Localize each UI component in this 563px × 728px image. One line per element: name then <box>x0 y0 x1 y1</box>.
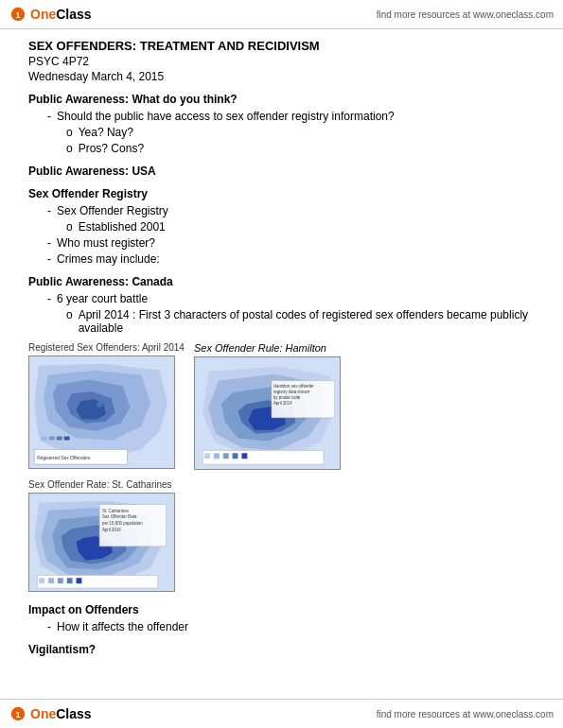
svg-text:Sex Offender Rate: Sex Offender Rate <box>102 514 137 519</box>
svg-text:Registered Sex Offenders: Registered Sex Offenders <box>37 456 91 460</box>
section-sex-offender-registry: Sex Offender Registry - Sex Offender Reg… <box>28 187 535 266</box>
section-vigilantism: Vigilantism? <box>28 643 535 656</box>
maps-row-1: Registered Sex Offenders: April 2014 Reg… <box>28 342 535 470</box>
svg-rect-28 <box>202 450 324 464</box>
doc-course: PSYC 4P72 <box>28 55 535 68</box>
svg-rect-45 <box>37 575 158 588</box>
header-url: find more resources at www.oneclass.com <box>377 9 554 20</box>
bullet-text: Sex Offender Registry <box>57 204 168 217</box>
svg-text:by postal code: by postal code <box>273 395 301 400</box>
bullet-text: How it affects the offender <box>57 620 188 633</box>
map1-svg: Registered Sex Offenders <box>29 356 174 468</box>
svg-rect-48 <box>58 578 63 583</box>
svg-rect-50 <box>77 578 82 583</box>
svg-rect-46 <box>39 578 44 583</box>
map1-image: Registered Sex Offenders <box>28 355 175 469</box>
section-public-awareness-canada: Public Awareness: Canada - 6 year court … <box>28 275 535 335</box>
section-impact: Impact on Offenders - How it affects the… <box>28 603 535 633</box>
bullet-o: o <box>66 220 73 234</box>
section-heading-what: Public Awareness: What do you think? <box>28 93 535 106</box>
svg-text:1: 1 <box>15 10 20 20</box>
svg-text:April 2014: April 2014 <box>273 401 292 406</box>
map2-title: Sex Offender Rule: Hamilton <box>194 342 341 354</box>
map1-label: Registered Sex Offenders: April 2014 <box>28 342 185 353</box>
svg-text:per 10,000 population: per 10,000 population <box>102 521 143 526</box>
bullet-dash: - <box>47 620 51 633</box>
map3-section: Sex Offender Rate: St. Catharines St. Ca… <box>28 479 535 592</box>
list-item: o Established 2001 <box>66 220 535 234</box>
svg-point-27 <box>266 415 272 421</box>
list-item: - Crimes may include: <box>47 252 535 266</box>
svg-rect-30 <box>214 453 220 459</box>
map3-svg: St. Catharines Sex Offender Rate per 10,… <box>29 494 174 591</box>
map2-svg: Hamilton sex offender registry data show… <box>195 357 340 469</box>
svg-rect-12 <box>49 437 55 441</box>
section-public-awareness-usa: Public Awareness: USA <box>28 165 535 178</box>
doc-title: SEX OFFENDERS: TREATMENT AND RECIDIVISM <box>28 39 535 53</box>
bullet-dash: - <box>47 252 51 266</box>
svg-rect-29 <box>204 453 210 459</box>
footer-logo: 1 OneClass <box>9 705 92 722</box>
svg-text:April 2014: April 2014 <box>102 528 121 532</box>
map3-image: St. Catharines Sex Offender Rate per 10,… <box>28 493 175 592</box>
oneclass-logo-icon: 1 <box>9 6 26 23</box>
section-heading-impact: Impact on Offenders <box>28 603 535 616</box>
map2-container: Sex Offender Rule: Hamilton Hamilton sex… <box>194 342 341 470</box>
list-item: - How it affects the offender <box>47 620 535 633</box>
map2-image: Hamilton sex offender registry data show… <box>194 356 341 470</box>
bullet-text: Pros? Cons? <box>79 142 144 155</box>
bullet-o: o <box>66 126 73 139</box>
svg-point-15 <box>97 402 102 407</box>
list-item: - Who must register? <box>47 236 535 250</box>
svg-rect-47 <box>48 578 54 583</box>
map1-container: Registered Sex Offenders: April 2014 Reg… <box>28 342 185 469</box>
svg-rect-32 <box>233 453 238 459</box>
section-heading-usa: Public Awareness: USA <box>28 165 535 178</box>
bullet-text: Yea? Nay? <box>79 126 133 139</box>
footer-url: find more resources at www.oneclass.com <box>377 709 554 719</box>
list-item: - 6 year court battle <box>47 292 535 305</box>
svg-rect-13 <box>57 437 62 441</box>
list-item: o Yea? Nay? <box>66 126 535 139</box>
svg-text:Hamilton sex offender: Hamilton sex offender <box>273 384 314 389</box>
svg-rect-11 <box>42 437 47 441</box>
bullet-o: o <box>66 308 73 335</box>
bullet-dash: - <box>47 204 51 217</box>
logo-text: OneClass <box>30 7 92 22</box>
bullet-dash: - <box>47 110 51 123</box>
footer-logo-icon: 1 <box>9 705 26 722</box>
bullet-dash: - <box>47 236 51 250</box>
page-footer: 1 OneClass find more resources at www.on… <box>0 699 563 728</box>
svg-rect-14 <box>64 437 70 441</box>
bullet-text: Who must register? <box>57 236 155 250</box>
footer-logo-text: OneClass <box>30 706 92 721</box>
bullet-text: Crimes may include: <box>57 252 160 266</box>
svg-text:St. Catharines: St. Catharines <box>102 509 130 513</box>
bullet-text: Should the public have access to sex off… <box>57 110 395 123</box>
header-logo: 1 OneClass <box>9 6 92 23</box>
section-heading-registry: Sex Offender Registry <box>28 187 535 200</box>
list-item: o Pros? Cons? <box>66 142 535 155</box>
svg-rect-31 <box>223 453 229 459</box>
doc-date: Wednesday March 4, 2015 <box>28 70 535 83</box>
list-item: o April 2014 : First 3 characters of pos… <box>66 308 535 335</box>
list-item: - Sex Offender Registry <box>47 204 535 217</box>
map3-label: Sex Offender Rate: St. Catharines <box>28 479 535 490</box>
svg-text:1: 1 <box>15 710 20 719</box>
section-heading-canada: Public Awareness: Canada <box>28 275 535 288</box>
bullet-text: Established 2001 <box>79 220 166 234</box>
bullet-text: April 2014 : First 3 characters of posta… <box>79 308 535 335</box>
svg-rect-49 <box>67 578 73 583</box>
section-public-awareness-what: Public Awareness: What do you think? - S… <box>28 93 535 155</box>
page-header: 1 OneClass find more resources at www.on… <box>0 0 563 29</box>
svg-rect-10 <box>34 437 40 441</box>
main-content: SEX OFFENDERS: TREATMENT AND RECIDIVISM … <box>0 29 563 717</box>
svg-rect-33 <box>241 453 247 459</box>
list-item: - Should the public have access to sex o… <box>47 110 535 123</box>
svg-text:registry data shown: registry data shown <box>273 390 310 394</box>
section-heading-vigilantism: Vigilantism? <box>28 643 535 656</box>
bullet-text: 6 year court battle <box>57 292 148 305</box>
bullet-dash: - <box>47 292 51 305</box>
bullet-o: o <box>66 142 73 155</box>
